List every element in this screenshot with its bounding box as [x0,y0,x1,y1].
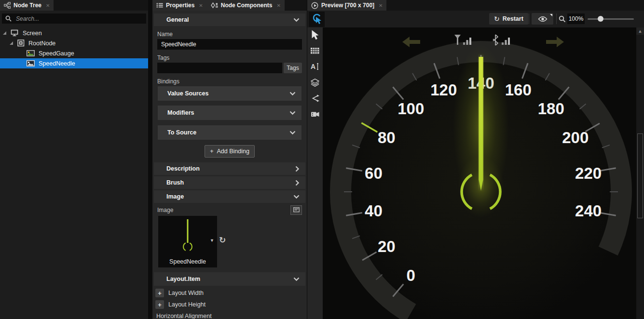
svg-text:160: 160 [505,81,532,99]
chevron-down-icon [293,195,300,199]
tree-item-speedgauge[interactable]: SpeedGauge [0,48,148,58]
dropdown-corner-icon [550,14,552,16]
properties-panel: Properties ✕ Node Components ✕ General N… [152,0,307,319]
kanzi-studio-window: Node Tree ✕ Screen [0,0,644,319]
svg-text:240: 240 [575,202,602,220]
chevron-down-icon [289,92,296,96]
tab-properties[interactable]: Properties ✕ [152,0,207,11]
text-tool-button[interactable]: A [310,62,320,71]
layers-tool-button[interactable] [310,78,320,87]
tab-label: Properties [166,2,194,9]
image-picker: SpeedNeedle ▼ ↻ [152,216,307,267]
binding-group-value-sources[interactable]: Value Sources [158,86,301,101]
tags-label: Tags [157,54,307,61]
screen-icon [11,29,19,37]
image-thumbnail[interactable]: SpeedNeedle [158,216,217,267]
zoom-level[interactable]: 100% [567,13,585,24]
svg-text:100: 100 [397,100,424,118]
preview-tabbar: Preview [700 x 700] ✕ [307,0,644,11]
properties-tabbar: Properties ✕ Node Components ✕ [152,0,307,11]
panel-window-icon [293,207,300,213]
tab-label: Node Components [221,2,273,9]
tree-item-label: Screen [23,30,42,37]
toolbar-separator [529,13,529,24]
svg-text:0: 0 [407,266,415,284]
close-icon[interactable]: ✕ [276,3,280,8]
image-node-icon [27,60,35,66]
image-name-caption: SpeedNeedle [158,258,217,265]
name-label: Name [157,31,307,38]
section-layout-item[interactable]: Layout.Item [154,272,305,286]
interact-tool-button[interactable] [309,12,325,27]
search-input[interactable] [15,15,143,23]
chevron-down-icon [293,18,300,22]
tree-item-speedneedle[interactable]: SpeedNeedle [0,58,148,68]
node-tree-icon [4,2,11,9]
image-reset-icon[interactable]: ↻ [219,235,226,245]
expander-icon[interactable] [3,31,6,35]
speed-gauge[interactable]: 020406080100120140160180200220240 [323,27,636,319]
svg-text:180: 180 [538,100,564,118]
play-circle-icon [311,2,318,9]
animation-tool-button[interactable] [310,109,320,119]
zoom-slider[interactable] [588,18,634,20]
tab-preview[interactable]: Preview [700 x 700] ✕ [307,0,386,11]
tab-label: Preview [700 x 700] [321,2,374,9]
grid-tool-button[interactable] [310,46,320,55]
close-icon[interactable]: ✕ [379,3,383,8]
close-icon[interactable]: ✕ [46,3,50,8]
restart-button[interactable]: ↻ Restart [489,13,528,25]
section-image[interactable]: Image [154,190,305,203]
zoom-slider-thumb[interactable] [598,16,603,22]
svg-text:40: 40 [365,202,383,220]
image-settings-button[interactable] [290,205,302,215]
tree-item-screen[interactable]: Screen [0,28,148,38]
tags-field[interactable] [157,63,282,73]
add-binding-button[interactable]: + Add Binding [205,145,255,158]
tags-button[interactable]: Tags [284,63,302,73]
preview-viewport[interactable]: 020406080100120140160180200220240 [323,27,636,319]
scroll-up-button[interactable]: ▲ [636,27,644,35]
state-tool-button[interactable] [310,93,320,103]
binding-group-modifiers[interactable]: Modifiers [158,106,301,120]
binding-group-to-source[interactable]: To Source [158,125,301,140]
tree-item-rootnode[interactable]: RootNode [0,38,148,48]
toolbar-separator [556,13,557,24]
vertical-scrollbar[interactable]: ▲ [636,27,644,319]
section-general[interactable]: General [154,13,305,26]
svg-text:200: 200 [562,129,589,146]
layers-icon [311,79,319,87]
restart-icon: ↻ [494,15,500,23]
chevron-down-icon [289,111,296,115]
plus-icon: + [210,148,213,155]
chevron-down-icon [289,131,296,135]
preview-panel: Preview [700 x 700] ✕ ↻ Restart [307,0,644,319]
video-camera-icon [311,111,319,118]
image-node-icon [27,50,35,56]
interact-cursor-icon [311,13,323,26]
section-description[interactable]: Description [154,162,305,175]
image-dropdown-caret-icon[interactable]: ▼ [210,238,214,243]
search-box[interactable] [2,13,146,24]
scrollbar-thumb[interactable] [637,133,643,218]
cursor-arrow-icon [312,30,319,40]
zoom-icon [559,15,566,23]
tab-node-tree[interactable]: Node Tree ✕ [0,0,54,11]
close-icon[interactable]: ✕ [199,3,203,8]
layout-width-row: + Layout Width [155,289,307,297]
select-tool-button[interactable] [310,30,320,40]
svg-text:60: 60 [365,164,383,182]
tree-item-label: SpeedNeedle [39,60,75,67]
name-field[interactable] [157,39,302,50]
eye-icon [538,16,548,22]
tab-node-components[interactable]: Node Components ✕ [207,0,285,11]
add-layout-width-button[interactable]: + [155,289,164,297]
text-edit-icon: A [311,63,319,70]
node-tree-panel: Node Tree ✕ Screen [0,0,148,319]
empty-node-icon [17,40,25,47]
add-layout-height-button[interactable]: + [155,300,164,309]
visibility-button[interactable] [532,13,553,25]
section-brush[interactable]: Brush [154,176,305,189]
expander-icon[interactable] [10,41,13,45]
scroll-up-icon: ▲ [639,29,641,33]
